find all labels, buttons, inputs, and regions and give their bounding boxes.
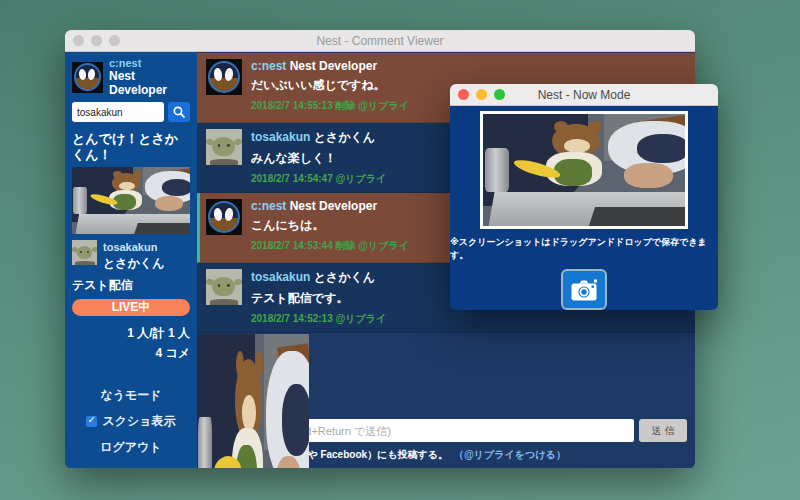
comment-user-name: とさかくん	[314, 130, 375, 144]
close-button[interactable]	[458, 89, 469, 100]
live-video-strip	[197, 334, 309, 468]
search-button[interactable]	[168, 102, 190, 122]
screenshot-preview[interactable]	[480, 111, 688, 229]
cnest-avatar	[72, 62, 103, 93]
minimize-button[interactable]	[476, 89, 487, 100]
desktop: { "main_window": { "title": "Nest - Comm…	[0, 0, 800, 500]
now-window-controls[interactable]	[458, 89, 505, 100]
cnest-avatar	[206, 59, 242, 95]
yoda-avatar	[206, 269, 242, 305]
screenshot-toggle-label[interactable]: スクショ表示	[102, 413, 175, 430]
comment-delete-link[interactable]: 削除	[336, 240, 356, 251]
comment-reply-link[interactable]: @リプライ	[336, 173, 387, 184]
comment-timestamp: 2018/2/7 14:55:13	[251, 100, 333, 111]
now-titlebar[interactable]: Nest - Now Mode	[450, 84, 718, 106]
comment-reply-link[interactable]: @リプライ	[358, 240, 409, 251]
broadcaster-name: とさかくん	[103, 255, 164, 272]
comment-count: 4 コメ	[72, 343, 190, 363]
stream-title: とんでけ！とさかくん！	[72, 131, 190, 163]
logout-link[interactable]: ログアウト	[100, 439, 161, 456]
comment-reply-link[interactable]: @リプライ	[336, 313, 387, 324]
stream-thumbnail	[72, 167, 190, 234]
stream-counts: 1 人/計 1 人 4 コメ	[72, 323, 190, 363]
comment-user-name: Nest Developer	[290, 199, 377, 213]
now-mode-window: Nest - Now Mode ※スクリーンショットはドラッグアンドドロップで保…	[450, 84, 718, 310]
comment-text: こんにちは。	[251, 217, 409, 234]
stream-subtitle: テスト配信	[72, 277, 190, 294]
minimize-button[interactable]	[91, 35, 102, 46]
comment-text: みんな楽しく！	[251, 150, 386, 167]
comment-user-name: とさかくん	[314, 270, 375, 284]
comment-user-name: Nest Developer	[290, 59, 377, 73]
zoom-button[interactable]	[494, 89, 505, 100]
broadcaster-profile: tosakakun とさかくん	[72, 240, 190, 272]
search-input[interactable]	[72, 102, 164, 122]
comment-user-id: c:nest	[251, 199, 286, 213]
comment-text: テスト配信です。	[251, 290, 386, 307]
account-id: c:nest	[109, 57, 190, 69]
comment-user-id: tosakakun	[251, 130, 310, 144]
yoda-avatar	[206, 129, 242, 165]
sidebar: c:nest Nest Developer とんでけ！とさかくん！ tosaka…	[65, 52, 197, 468]
viewer-count: 1 人/計 1 人	[72, 323, 190, 343]
comment-text: だいぶいい感じですね。	[251, 77, 409, 94]
comment-delete-link[interactable]: 削除	[336, 100, 356, 111]
search-icon	[172, 105, 186, 119]
cnest-avatar	[206, 199, 242, 235]
sns-reply-link[interactable]: （@リプライをつける）	[454, 448, 566, 462]
now-mode-link[interactable]: なうモード	[100, 387, 161, 404]
comment-timestamp: 2018/2/7 14:53:44	[251, 240, 333, 251]
comment-timestamp: 2018/2/7 14:54:47	[251, 173, 333, 184]
live-badge: LIVE中	[72, 299, 190, 316]
comment-user-id: tosakakun	[251, 270, 310, 284]
main-titlebar[interactable]: Nest - Comment Viewer	[65, 30, 695, 52]
close-button[interactable]	[73, 35, 84, 46]
main-window-title: Nest - Comment Viewer	[65, 34, 695, 48]
zoom-button[interactable]	[109, 35, 120, 46]
yoda-avatar	[72, 240, 97, 265]
main-window-controls[interactable]	[73, 35, 120, 46]
account-profile: c:nest Nest Developer	[72, 57, 190, 97]
camera-icon	[570, 278, 598, 302]
capture-button[interactable]	[561, 269, 607, 310]
comment-user-id: c:nest	[251, 59, 286, 73]
comment-timestamp: 2018/2/7 14:52:13	[251, 313, 333, 324]
account-name: Nest Developer	[109, 69, 190, 97]
screenshot-toggle-checkbox[interactable]	[86, 416, 97, 427]
screenshot-note: ※スクリーンショットはドラッグアンドドロップで保存できます。	[450, 236, 718, 262]
broadcaster-id: tosakakun	[103, 241, 164, 253]
send-button[interactable]: 送信	[639, 419, 687, 442]
comment-reply-link[interactable]: @リプライ	[358, 100, 409, 111]
